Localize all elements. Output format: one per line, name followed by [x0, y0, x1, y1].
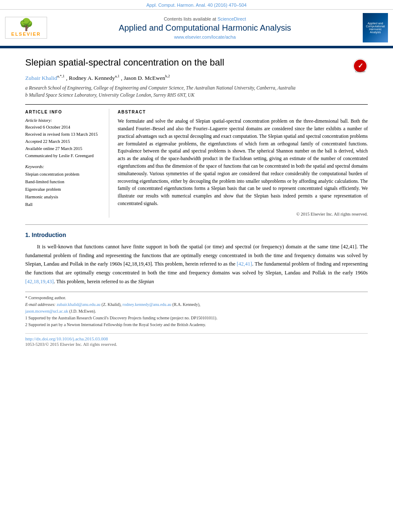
title-row: Slepian spatial-spectral concentration o…	[25, 57, 368, 74]
article-info-header: Article Info	[25, 109, 103, 116]
email-line: E-mail addresses: zubair.khalid@anu.edu.…	[25, 301, 368, 315]
section-divider	[25, 224, 368, 225]
journal-url[interactable]: www.elsevier.com/locate/acha	[51, 34, 359, 40]
author-2-sup: a,1	[115, 74, 120, 78]
email-2-link[interactable]: rodney.kennedy@anu.edu.au	[123, 302, 171, 307]
keyword-4: Harmonic analysis	[25, 193, 103, 201]
received-date: Received 6 October 2014	[25, 124, 103, 131]
available-date: Available online 27 March 2015	[25, 145, 103, 153]
introduction-paragraph: It is well-known that functions cannot h…	[25, 242, 368, 286]
journal-cover-thumbnail: Applied and Computational Harmonic Analy…	[363, 13, 388, 42]
keyword-2: Band-limited function	[25, 178, 103, 186]
keyword-1: Slepian concentration problem	[25, 171, 103, 178]
revised-date: Received in revised form 13 March 2015	[25, 131, 103, 138]
footnote-1: 1 Supported by the Australian Research C…	[25, 315, 368, 321]
journal-citation-bar: Appl. Comput. Harmon. Anal. 40 (2016) 47…	[0, 0, 393, 10]
intro-text-3: This problem, herein referred to as the …	[56, 279, 154, 284]
author-3: , Jason D. McEwen	[121, 74, 165, 81]
author-1-link[interactable]: Zubair Khalid	[25, 74, 57, 81]
email-1-name: (Z. Khalid),	[102, 302, 123, 307]
info-abstract-cols: Article Info Article history: Received 6…	[25, 104, 368, 218]
svg-text:✓: ✓	[358, 62, 363, 69]
issn-text: 1053-5203/© 2015 Elsevier Inc. All right…	[25, 342, 368, 347]
email-1-link[interactable]: zubair.khalid@anu.edu.au	[57, 302, 100, 307]
article-info-column: Article Info Article history: Received 6…	[25, 109, 109, 218]
cite-42-41[interactable]: [42,41]	[237, 261, 252, 267]
bottom-links: http://dx.doi.org/10.1016/j.acha.2015.03…	[25, 333, 368, 347]
footnotes-block: * Corresponding author. E-mail addresses…	[25, 295, 368, 328]
contents-line: Contents lists available at ScienceDirec…	[51, 16, 359, 21]
keyword-5: Ball	[25, 201, 103, 208]
crossmark-icon: ✓ CrossMark	[353, 58, 368, 74]
abstract-title: Abstract	[118, 109, 368, 116]
authors-line: Zubair Khalida,*,1 , Rodney A. Kennedya,…	[25, 74, 368, 82]
affil-1: a Research School of Engineering, Colleg…	[25, 84, 368, 92]
history-label: Article history:	[25, 117, 103, 124]
email-3-link[interactable]: jason.mcewen@ucl.ac.uk	[25, 309, 68, 313]
keywords-list: Slepian concentration problem Band-limit…	[25, 171, 103, 208]
journal-main-title: Applied and Computational Harmonic Analy…	[51, 23, 359, 33]
author-1-sup: a,*,1	[57, 74, 65, 78]
journal-title-block: Contents lists available at ScienceDirec…	[51, 16, 359, 40]
email-3-name: (J.D. McEwen).	[69, 309, 96, 313]
author-2: , Rodney A. Kennedy	[66, 74, 115, 81]
abstract-text: We formulate and solve the analog of Sle…	[118, 118, 368, 208]
abstract-column: Abstract We formulate and solve the anal…	[118, 109, 368, 218]
corr-author-note: * Corresponding author.	[25, 295, 368, 301]
copyright-line: © 2015 Elsevier Inc. All rights reserved…	[118, 211, 368, 218]
email-label: E-mail addresses:	[25, 302, 57, 307]
keyword-3: Eigenvalue problem	[25, 186, 103, 193]
journal-citation: Appl. Comput. Harmon. Anal. 40 (2016) 47…	[146, 3, 246, 8]
accepted-date: Accepted 22 March 2015	[25, 138, 103, 145]
elsevier-logo: 🌳 ELSEVIER	[5, 17, 47, 39]
journal-header: 🌳 ELSEVIER Contents lists available at S…	[0, 10, 393, 47]
sciencedirect-link[interactable]: ScienceDirect	[217, 16, 246, 21]
author-3-sup: b,2	[165, 74, 170, 78]
affiliations: a Research School of Engineering, Colleg…	[25, 84, 368, 99]
communicated-by: Communicated by Leslie F. Greengard	[25, 153, 103, 160]
paper-title: Slepian spatial-spectral concentration o…	[25, 57, 224, 69]
tree-icon: 🌳	[8, 19, 44, 31]
keywords-label: Keywords:	[25, 163, 103, 171]
elsevier-wordmark: ELSEVIER	[8, 32, 44, 37]
introduction-heading: 1. Introduction	[25, 232, 368, 238]
footnote-2: 2 Supported in part by a Newton Internat…	[25, 321, 368, 328]
footnote-divider	[25, 292, 368, 292]
cite-42-18-19-43[interactable]: [42,18,19,43]	[25, 279, 54, 284]
doi-link[interactable]: http://dx.doi.org/10.1016/j.acha.2015.03…	[25, 336, 368, 341]
email-2-name: (R.A. Kennedy),	[172, 302, 200, 307]
main-content: Slepian spatial-spectral concentration o…	[0, 48, 393, 355]
svg-text:CrossMark: CrossMark	[355, 70, 366, 73]
affil-2: b Mullard Space Science Laboratory, Univ…	[25, 92, 368, 99]
